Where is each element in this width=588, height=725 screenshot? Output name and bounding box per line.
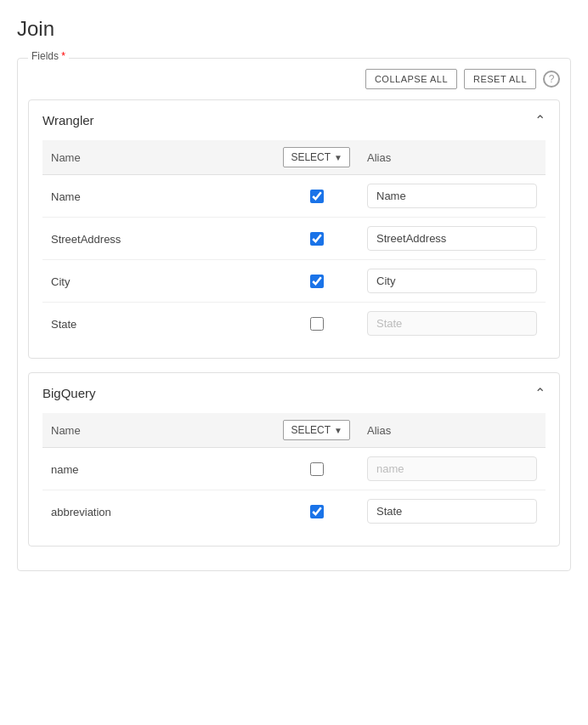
fields-required: * xyxy=(61,50,65,62)
alias-input-wrangler-1[interactable] xyxy=(367,226,537,251)
panel-title-wrangler: Wrangler xyxy=(42,113,94,127)
panel-header-wrangler[interactable]: Wrangler ⌃ xyxy=(29,100,559,140)
checkbox-bigquery-0[interactable] xyxy=(310,462,324,476)
reset-all-button[interactable]: RESET ALL xyxy=(464,69,536,89)
panel-wrangler: Wrangler ⌃ Name SELECT ▼ Alias NameStree… xyxy=(28,99,560,359)
table-row: StreetAddress xyxy=(42,218,546,260)
panel-title-bigquery: BigQuery xyxy=(42,386,96,400)
table-row: abbreviation xyxy=(42,490,546,533)
fields-section: Fields * COLLAPSE ALL RESET ALL ? Wrangl… xyxy=(17,58,571,571)
page-title: Join xyxy=(17,17,571,41)
checkbox-wrangler-1[interactable] xyxy=(310,232,324,246)
toolbar: COLLAPSE ALL RESET ALL ? xyxy=(28,69,560,89)
chevron-up-icon: ⌃ xyxy=(534,385,546,401)
field-name-wrangler-1: StreetAddress xyxy=(51,233,121,246)
checkbox-bigquery-1[interactable] xyxy=(310,505,324,518)
col-select-header: SELECT ▼ xyxy=(274,413,359,448)
checkbox-wrangler-2[interactable] xyxy=(310,275,324,288)
field-name-wrangler-0: Name xyxy=(51,190,81,203)
field-name-wrangler-2: City xyxy=(51,275,70,288)
panel-body-bigquery: Name SELECT ▼ Alias nameabbreviation xyxy=(29,413,559,546)
panels-container: Wrangler ⌃ Name SELECT ▼ Alias NameStree… xyxy=(28,99,560,547)
field-table-bigquery: Name SELECT ▼ Alias nameabbreviation xyxy=(42,413,546,532)
col-name-header: Name xyxy=(42,140,274,175)
col-select-header: SELECT ▼ xyxy=(274,140,359,175)
table-row: City xyxy=(42,260,546,303)
checkbox-wrangler-3[interactable] xyxy=(310,317,324,331)
col-alias-header: Alias xyxy=(359,140,546,175)
dropdown-arrow-icon: ▼ xyxy=(334,153,342,162)
field-name-bigquery-0: name xyxy=(51,463,79,476)
dropdown-arrow-icon: ▼ xyxy=(334,426,342,435)
panel-header-bigquery[interactable]: BigQuery ⌃ xyxy=(29,373,559,413)
alias-input-wrangler-0[interactable] xyxy=(367,184,537,208)
col-name-header: Name xyxy=(42,413,274,448)
panel-body-wrangler: Name SELECT ▼ Alias NameStreetAddressCit… xyxy=(29,140,559,358)
alias-input-bigquery-0 xyxy=(367,456,537,481)
collapse-all-button[interactable]: COLLAPSE ALL xyxy=(365,69,457,89)
fields-label: Fields * xyxy=(28,50,69,62)
select-dropdown-wrangler[interactable]: SELECT ▼ xyxy=(283,147,350,167)
select-dropdown-bigquery[interactable]: SELECT ▼ xyxy=(283,420,350,440)
table-row: State xyxy=(42,303,546,345)
alias-input-bigquery-1[interactable] xyxy=(367,499,537,524)
alias-input-wrangler-3 xyxy=(367,311,537,336)
panel-bigquery: BigQuery ⌃ Name SELECT ▼ Alias nameabbre… xyxy=(28,372,560,547)
field-name-bigquery-1: abbreviation xyxy=(51,506,111,518)
field-table-wrangler: Name SELECT ▼ Alias NameStreetAddressCit… xyxy=(42,140,546,344)
table-row: Name xyxy=(42,175,546,218)
table-row: name xyxy=(42,448,546,490)
alias-input-wrangler-2[interactable] xyxy=(367,269,537,293)
help-icon[interactable]: ? xyxy=(543,71,560,88)
field-name-wrangler-3: State xyxy=(51,318,76,331)
col-alias-header: Alias xyxy=(359,413,546,448)
chevron-up-icon: ⌃ xyxy=(534,112,546,128)
checkbox-wrangler-0[interactable] xyxy=(310,190,324,203)
